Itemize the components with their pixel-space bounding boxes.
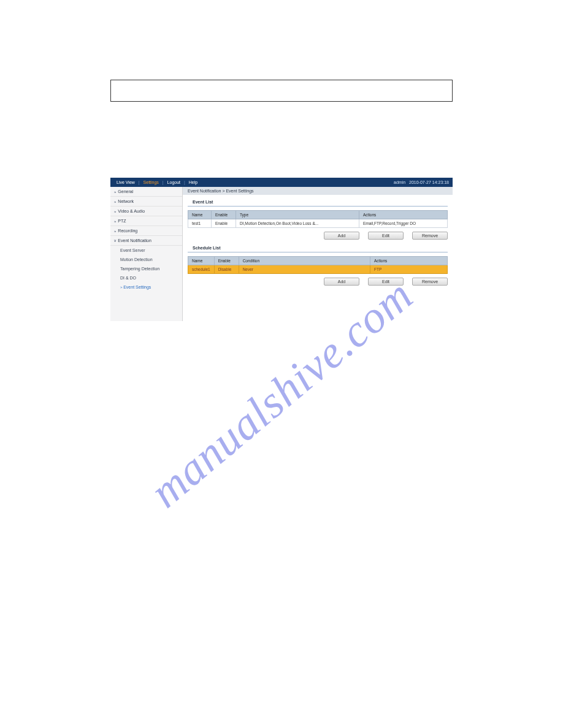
topbar-links: Live View | Settings | Logout | Help (114, 180, 200, 184)
sidebar-sub-tampering-detection[interactable]: Tampering Detection (110, 264, 182, 273)
add-button[interactable]: Add (324, 232, 359, 240)
sidebar-sub-motion-detection[interactable]: Motion Detection (110, 255, 182, 264)
topbar-user: admin (394, 180, 405, 184)
table-row[interactable]: schedule1 Disable Never FTP (188, 265, 448, 274)
col-actions: Actions (370, 257, 448, 265)
add-button[interactable]: Add (324, 278, 359, 286)
col-enable: Enable (214, 257, 239, 265)
empty-outline-box (110, 80, 453, 102)
chevron-right-icon: » (114, 200, 116, 203)
event-list-buttons: Add Edit Remove (183, 228, 453, 241)
col-name: Name (188, 211, 212, 219)
sidebar-item-label: PTZ (118, 219, 126, 223)
col-actions: Actions (359, 211, 448, 219)
cell-name: test1 (188, 219, 212, 228)
cell-enable: Disable (214, 265, 239, 274)
breadcrumb: Event Notification > Event Settings (183, 187, 453, 195)
col-condition: Condition (239, 257, 370, 265)
topbar-datetime: 2010-07-27 14:23:18 (409, 180, 449, 184)
content-panel: Event Notification > Event Settings Even… (183, 187, 453, 321)
chevron-right-icon: » (114, 219, 116, 223)
nav-live-view[interactable]: Live View (114, 180, 137, 184)
schedule-list-table: Name Enable Condition Actions schedule1 … (188, 256, 448, 274)
sidebar-item-network[interactable]: » Network (110, 197, 182, 207)
sidebar-item-ptz[interactable]: » PTZ (110, 216, 182, 226)
sidebar-sub-event-settings[interactable]: Event Settings (110, 282, 182, 292)
sidebar-item-label: Video & Audio (118, 209, 145, 213)
sidebar-sub-event-server[interactable]: Event Server (110, 246, 182, 255)
remove-button[interactable]: Remove (412, 278, 448, 286)
table-row[interactable]: test1 Enable DI,Motion Detection,On Boot… (188, 219, 448, 228)
sidebar-item-label: Event Notification (118, 238, 151, 243)
sidebar-item-label: Recording (118, 229, 137, 233)
sidebar-item-event-notification[interactable]: ¥ Event Notification (110, 236, 182, 246)
edit-button[interactable]: Edit (368, 278, 404, 286)
cell-enable: Enable (212, 219, 236, 228)
top-navbar: Live View | Settings | Logout | Help adm… (110, 178, 453, 187)
event-list-title: Event List (188, 195, 448, 207)
cell-actions: Email,FTP,Record,Trigger DO (359, 219, 448, 228)
chevron-down-icon: ¥ (114, 239, 116, 243)
sidebar-item-video-audio[interactable]: » Video & Audio (110, 207, 182, 216)
sidebar-item-label: Network (118, 199, 134, 203)
nav-separator: | (163, 180, 164, 184)
schedule-list-buttons: Add Edit Remove (183, 274, 453, 287)
chevron-right-icon: » (114, 210, 116, 213)
nav-separator: | (184, 180, 185, 184)
sidebar-item-label: General (118, 189, 133, 194)
cell-name: schedule1 (188, 265, 215, 274)
chevron-right-icon: » (114, 190, 116, 194)
sidebar-item-general[interactable]: » General (110, 187, 182, 197)
sidebar: » General » Network » Video & Audio » PT… (110, 187, 183, 321)
nav-help[interactable]: Help (186, 180, 200, 184)
app-screenshot: Live View | Settings | Logout | Help adm… (110, 178, 453, 321)
sidebar-sub-di-do[interactable]: DI & DO (110, 273, 182, 282)
col-enable: Enable (212, 211, 236, 219)
sidebar-item-recording[interactable]: » Recording (110, 226, 182, 236)
cell-actions: FTP (370, 265, 448, 274)
nav-logout[interactable]: Logout (165, 180, 183, 184)
remove-button[interactable]: Remove (412, 232, 448, 240)
cell-condition: Never (239, 265, 370, 274)
cell-type: DI,Motion Detection,On Boot,Video Loss &… (236, 219, 359, 228)
schedule-list-title: Schedule List (188, 241, 448, 252)
col-type: Type (236, 211, 359, 219)
topbar-status: admin 2010-07-27 14:23:18 (394, 180, 449, 184)
chevron-right-icon: » (114, 229, 116, 233)
event-list-table: Name Enable Type Actions test1 Enable DI… (188, 210, 448, 228)
edit-button[interactable]: Edit (368, 232, 404, 240)
nav-separator: | (139, 180, 140, 184)
nav-settings[interactable]: Settings (141, 180, 161, 184)
col-name: Name (188, 257, 215, 265)
